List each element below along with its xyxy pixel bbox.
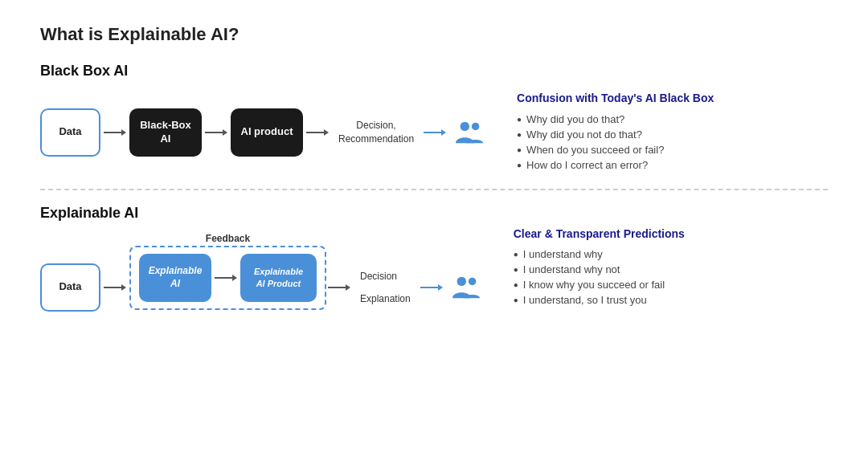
- xai-right-panel-title: Clear & Transparent Predictions: [514, 226, 828, 243]
- xai-bullet-4: I understand, so I trust you: [514, 294, 828, 306]
- xai-data-box: Data: [40, 263, 100, 312]
- blackbox-diagram: Data Black-BoxAI AI product Decis: [40, 108, 485, 157]
- section-divider: [40, 189, 828, 190]
- xai-arrow-4: [420, 281, 443, 294]
- xai-right-panel: Clear & Transparent Predictions I unders…: [514, 226, 828, 310]
- bb-right-panel-title: Confusion with Today's AI Black Box: [517, 91, 828, 107]
- xai-decision-label: Decision: [360, 271, 411, 282]
- explainable-diagram: Feedback ExplainableAI ExplainableAI Pro…: [40, 233, 481, 312]
- blackbox-content: Data Black-BoxAI AI product Decis: [40, 91, 828, 174]
- svg-marker-7: [441, 129, 446, 136]
- svg-point-9: [472, 122, 480, 130]
- xai-bullet-list: I understand why I understand why not I …: [514, 248, 828, 306]
- svg-marker-5: [324, 129, 329, 136]
- xai-arrow-3: [328, 281, 350, 294]
- svg-marker-3: [223, 129, 227, 136]
- slide-title: What is Explainable AI?: [40, 24, 828, 45]
- bb-bullet-4: How do I correct an error?: [517, 159, 828, 171]
- bb-arrow-3: [306, 126, 329, 139]
- xai-bullet-3: I know why you succeed or fail: [514, 279, 828, 291]
- bb-data-box: Data: [40, 108, 100, 157]
- bb-arrow-2: [205, 126, 227, 139]
- bb-arrow-4: [424, 126, 446, 139]
- svg-marker-15: [346, 284, 350, 291]
- svg-point-8: [461, 121, 469, 130]
- bb-arrow-1: [104, 126, 126, 139]
- xai-arrow-1: [104, 281, 126, 294]
- bb-person-icon: [454, 117, 485, 148]
- svg-marker-1: [121, 129, 126, 136]
- bb-bullet-1: Why did you do that?: [517, 113, 828, 125]
- bb-bullet-3: When do you succeed or fail?: [517, 144, 828, 156]
- blackbox-section: Black Box AI Data Black-BoxAI AI product: [40, 63, 828, 174]
- svg-point-19: [469, 277, 477, 285]
- bb-bullet-list: Why did you do that? Why did you not do …: [517, 113, 828, 171]
- bb-blackbox-box: Black-BoxAI: [129, 108, 202, 157]
- svg-marker-13: [121, 284, 126, 291]
- bb-aiproduct-box: AI product: [231, 108, 303, 157]
- bb-decision-label: Decision,Recommendation: [338, 119, 414, 146]
- slide: What is Explainable AI? Black Box AI Dat…: [0, 0, 868, 473]
- explainable-section: Explainable AI Feedback ExplainableAI: [40, 205, 828, 312]
- blackbox-title: Black Box AI: [40, 63, 828, 80]
- xai-decision-explanation: Decision Explanation: [360, 271, 411, 304]
- bb-bullet-2: Why did you not do that?: [517, 128, 828, 141]
- xai-explanation-label: Explanation: [360, 293, 411, 304]
- feedback-label: Feedback: [206, 233, 250, 244]
- bb-right-panel: Confusion with Today's AI Black Box Why …: [517, 91, 828, 174]
- svg-point-18: [457, 276, 465, 285]
- explainable-diagram-inner: Data Decision Explanation: [40, 263, 481, 312]
- xai-person-icon: [451, 272, 481, 303]
- explainable-title: Explainable AI: [40, 205, 828, 222]
- explainable-content: Feedback ExplainableAI ExplainableAI Pro…: [40, 233, 828, 312]
- xai-bullet-2: I understand why not: [514, 263, 828, 275]
- xai-bullet-1: I understand why: [514, 248, 828, 260]
- svg-marker-17: [438, 284, 443, 291]
- bb-decision-area: Decision,Recommendation: [338, 119, 414, 146]
